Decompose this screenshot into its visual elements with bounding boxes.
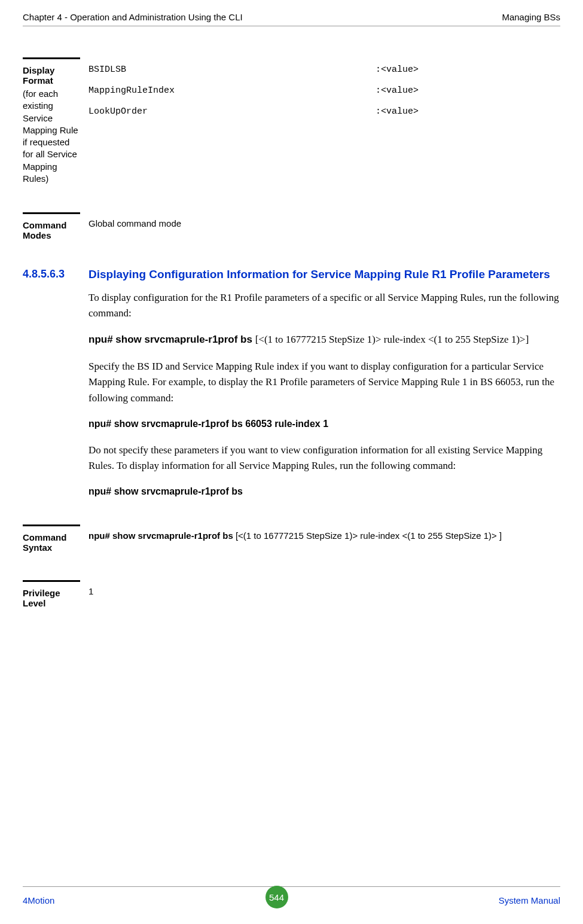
command-modes-label: Command Modes: [23, 220, 80, 240]
display-format-label: Display Format: [23, 65, 80, 86]
display-format-table: BSIDLSB :<value> MappingRuleIndex :<valu…: [88, 63, 560, 118]
command-syntax-label-col: Command Syntax: [23, 524, 80, 553]
section-body: To display configuration for the R1 Prof…: [88, 290, 560, 499]
table-row: BSIDLSB :<value>: [88, 63, 560, 76]
page-number-badge: 544: [265, 886, 288, 908]
table-key: LookUpOrder: [88, 105, 376, 118]
section-number: 4.8.5.6.3: [23, 268, 88, 282]
command-rest: [<(1 to 16777215 StepSize 1)> rule-index…: [255, 334, 529, 345]
command-syntax-bold: npu# show srvcmaprule-r1prof bs: [88, 530, 236, 541]
page-header: Chapter 4 - Operation and Administration…: [23, 12, 560, 26]
paragraph: Do not specify these parameters if you w…: [88, 443, 560, 474]
privilege-level-label-col: Privilege Level: [23, 580, 80, 608]
footer-right: System Manual: [499, 895, 560, 905]
command-syntax-content: npu# show srvcmaprule-r1prof bs [<(1 to …: [80, 524, 560, 553]
footer-left: 4Motion: [23, 895, 54, 905]
command-modes-block: Command Modes Global command mode: [23, 212, 560, 240]
paragraph: To display configuration for the R1 Prof…: [88, 290, 560, 322]
command-line: npu# show srvcmaprule-r1prof bs 66053 ru…: [88, 417, 560, 432]
command-syntax-label: Command Syntax: [23, 532, 80, 553]
table-row: LookUpOrder :<value>: [88, 105, 560, 118]
header-right: Managing BSs: [502, 12, 560, 22]
privilege-level-value: 1: [88, 586, 93, 596]
privilege-level-content: 1: [80, 580, 560, 608]
section-heading: 4.8.5.6.3 Displaying Configuration Infor…: [23, 268, 560, 282]
section-title: Displaying Configuration Information for…: [88, 268, 550, 282]
header-left: Chapter 4 - Operation and Administration…: [23, 12, 243, 22]
display-format-note: (for each existing Service Mapping Rule …: [23, 88, 80, 185]
command-line: npu# show srvcmaprule-r1prof bs: [88, 484, 560, 499]
command-line: npu# show srvcmaprule-r1prof bs [<(1 to …: [88, 332, 560, 347]
page-number: 544: [269, 892, 284, 902]
table-val: :<value>: [376, 63, 419, 76]
command-syntax-block: Command Syntax npu# show srvcmaprule-r1p…: [23, 524, 560, 553]
table-val: :<value>: [376, 84, 419, 97]
display-format-label-col: Display Format (for each existing Servic…: [23, 57, 80, 185]
page-footer: 4Motion 544 System Manual: [23, 886, 560, 908]
table-row: MappingRuleIndex :<value>: [88, 84, 560, 97]
command-modes-content: Global command mode: [80, 212, 560, 240]
command-syntax-rest: [<(1 to 16777215 StepSize 1)> rule-index…: [236, 530, 502, 541]
table-key: MappingRuleIndex: [88, 84, 376, 97]
table-key: BSIDLSB: [88, 63, 376, 76]
display-format-content: BSIDLSB :<value> MappingRuleIndex :<valu…: [80, 57, 560, 185]
command-modes-value: Global command mode: [88, 218, 181, 228]
privilege-level-label: Privilege Level: [23, 588, 80, 608]
display-format-block: Display Format (for each existing Servic…: [23, 57, 560, 185]
paragraph: Specify the BS ID and Service Mapping Ru…: [88, 359, 560, 406]
command-modes-label-col: Command Modes: [23, 212, 80, 240]
command-bold: npu# show srvcmaprule-r1prof bs: [88, 334, 255, 345]
privilege-level-block: Privilege Level 1: [23, 580, 560, 608]
table-val: :<value>: [376, 105, 419, 118]
